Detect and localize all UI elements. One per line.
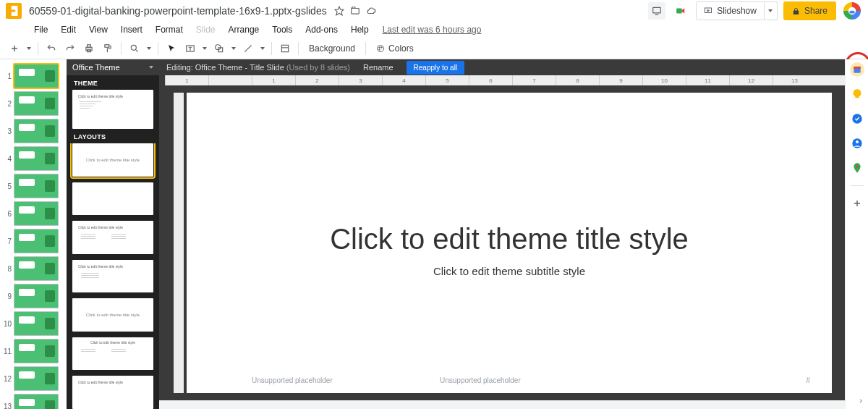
layout-thumb[interactable]: Click to edit theme title style	[72, 298, 153, 332]
layout-thumb[interactable]: Click to edit theme title style	[72, 376, 153, 409]
slide-thumb[interactable]: 13	[0, 392, 67, 409]
slide-thumb[interactable]: 7	[0, 227, 67, 255]
menu-view[interactable]: View	[84, 23, 113, 36]
shape-button[interactable]	[210, 40, 228, 57]
calendar-icon[interactable]	[850, 62, 864, 77]
layout-thumb[interactable]: Click to edit theme title style	[72, 260, 153, 293]
reapply-button[interactable]: Reapply to all	[407, 61, 465, 75]
vertical-ruler[interactable]	[174, 93, 184, 393]
horizontal-ruler[interactable]: 112345678910111213	[165, 75, 868, 85]
chevron-down-icon[interactable]	[149, 66, 153, 69]
share-button[interactable]: Share	[783, 1, 836, 20]
layout-thumb-text: Click to edit theme title style	[78, 225, 123, 229]
meet-button[interactable]	[671, 2, 690, 20]
textbox-button[interactable]	[182, 40, 199, 57]
subtitle-placeholder[interactable]: Click to edit theme subtitle style	[187, 265, 832, 277]
new-slide-dropdown[interactable]	[25, 40, 33, 57]
ruler-tick: 8	[556, 75, 599, 85]
slide-filmstrip[interactable]: 12345678910111213	[0, 59, 67, 409]
toolbar-separator	[365, 42, 366, 55]
slide-thumb[interactable]: 9	[0, 282, 67, 310]
placeholder-button[interactable]	[276, 40, 294, 57]
menu-edit[interactable]: Edit	[56, 23, 81, 36]
slideshow-dropdown-button[interactable]	[765, 1, 778, 20]
slideshow-button[interactable]: Slideshow	[696, 1, 765, 20]
collapse-side-panel-icon[interactable]: ›	[859, 396, 862, 405]
slide-thumb[interactable]: 10	[0, 310, 67, 337]
print-button[interactable]	[80, 40, 98, 57]
menu-slide[interactable]: Slide	[191, 23, 221, 36]
svg-marker-0	[335, 7, 344, 15]
theme-panel-header: Office Theme	[67, 59, 159, 75]
svg-rect-11	[105, 44, 109, 47]
zoom-dropdown[interactable]	[145, 40, 153, 57]
rename-button[interactable]: Rename	[357, 61, 399, 74]
tasks-icon[interactable]	[850, 111, 864, 126]
last-edit-link[interactable]: Last edit was 6 hours ago	[383, 25, 482, 35]
menu-arrange[interactable]: Arrange	[224, 23, 265, 36]
layout-thumb[interactable]	[72, 182, 153, 216]
slide-thumb[interactable]: 4	[0, 145, 67, 172]
slide-thumb[interactable]: 12	[0, 365, 67, 392]
present-to-screen-button[interactable]	[648, 2, 665, 20]
menu-help[interactable]: Help	[346, 23, 374, 36]
slide-thumb[interactable]: 11	[0, 337, 67, 365]
menu-format[interactable]: Format	[150, 23, 188, 36]
menu-insert[interactable]: Insert	[116, 23, 148, 36]
move-icon[interactable]	[350, 6, 360, 16]
slide-number: 10	[1, 320, 12, 328]
layout-thumb-text: Click to edit theme title style	[86, 313, 140, 317]
slide-canvas[interactable]: Click to edit theme title style Click to…	[187, 93, 832, 393]
menu-tools[interactable]: Tools	[267, 23, 297, 36]
theme-title: Office Theme	[72, 63, 120, 72]
horizontal-scrollbar[interactable]	[159, 400, 868, 409]
account-avatar[interactable]	[842, 1, 862, 21]
keep-icon[interactable]	[850, 87, 864, 101]
maps-icon[interactable]	[850, 161, 864, 175]
footer-placeholder-3[interactable]: #	[806, 376, 810, 384]
new-slide-button[interactable]	[6, 40, 23, 57]
zoom-button[interactable]	[126, 40, 143, 57]
document-title[interactable]: 60559-01-digital-banking-powerpoint-temp…	[29, 5, 327, 17]
menu-addons[interactable]: Add-ons	[300, 23, 343, 36]
footer-placeholder-1[interactable]: Unsupported placeholder	[252, 376, 333, 384]
slide-number: 6	[1, 210, 12, 218]
svg-rect-16	[281, 45, 288, 51]
slides-logo-icon[interactable]	[6, 3, 22, 19]
ruler-tick: 9	[599, 75, 642, 85]
redo-button[interactable]	[61, 40, 79, 57]
title-placeholder[interactable]: Click to edit theme title style	[187, 223, 832, 256]
slide-thumb[interactable]: 8	[0, 255, 67, 282]
select-tool-button[interactable]	[163, 40, 180, 57]
colors-button[interactable]: Colors	[370, 40, 420, 57]
add-addon-icon[interactable]	[850, 196, 864, 211]
textbox-dropdown[interactable]	[200, 40, 209, 57]
cloud-saved-icon[interactable]	[366, 6, 376, 16]
slide-thumb[interactable]: 6	[0, 200, 67, 227]
canvas-area: Click to edit theme title style Click to…	[159, 85, 868, 400]
layout-thumb[interactable]: Click to edit theme title style	[72, 221, 153, 254]
contacts-icon[interactable]	[850, 136, 864, 151]
background-button[interactable]: Background	[303, 40, 361, 57]
side-separator	[851, 185, 864, 186]
line-button[interactable]	[239, 40, 257, 57]
master-thumb-text: Click to edit theme title style	[78, 94, 123, 98]
slide-thumb[interactable]: 1	[0, 62, 67, 90]
layouts-list[interactable]: Click to edit theme title style Click to…	[67, 143, 159, 409]
slide-thumb[interactable]: 5	[0, 172, 67, 200]
colors-label: Colors	[388, 43, 414, 54]
master-thumb[interactable]: Click to edit theme title style	[72, 90, 153, 129]
layout-thumb[interactable]: Click to edit theme title style	[72, 337, 153, 371]
layout-thumb[interactable]: Click to edit theme title style	[72, 143, 153, 177]
chevron-down-icon	[231, 47, 236, 50]
line-dropdown[interactable]	[258, 40, 267, 57]
menu-file[interactable]: File	[29, 23, 53, 36]
shape-dropdown[interactable]	[229, 40, 238, 57]
paint-format-button[interactable]	[99, 40, 116, 57]
svg-rect-9	[88, 44, 91, 47]
footer-placeholder-2[interactable]: Unsupported placeholder	[440, 376, 521, 384]
star-icon[interactable]	[334, 6, 344, 16]
undo-button[interactable]	[43, 40, 60, 57]
slide-thumb[interactable]: 2	[0, 90, 67, 117]
slide-thumb[interactable]: 3	[0, 117, 67, 145]
